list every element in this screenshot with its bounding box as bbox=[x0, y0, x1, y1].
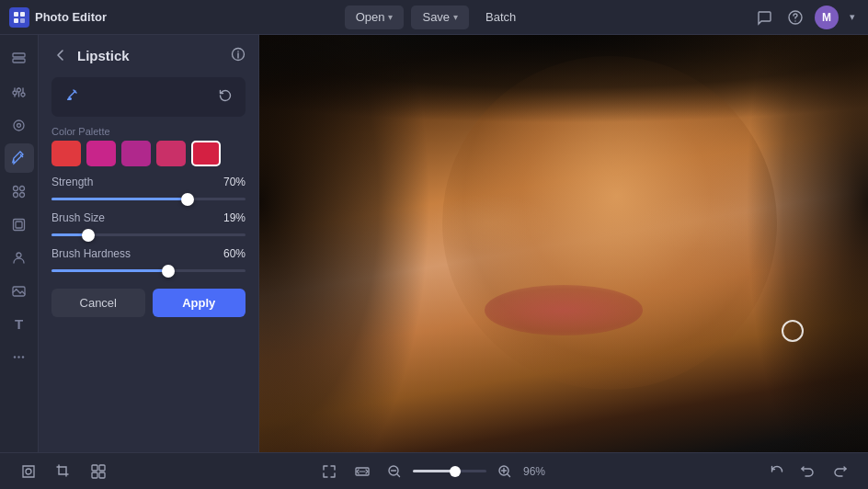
color-swatch-4[interactable] bbox=[191, 141, 221, 166]
color-swatch-2[interactable] bbox=[121, 141, 151, 166]
svg-rect-2 bbox=[14, 18, 18, 23]
app-title: Photo Editor bbox=[35, 10, 107, 24]
strength-header: Strength 70% bbox=[51, 176, 246, 188]
svg-point-29 bbox=[237, 51, 239, 52]
zoom-out-button[interactable] bbox=[382, 461, 407, 483]
sidebar-tool-retouch[interactable] bbox=[5, 143, 34, 173]
color-swatch-3[interactable] bbox=[156, 141, 186, 166]
sidebar-tool-frames[interactable] bbox=[5, 210, 34, 239]
zoom-thumb[interactable] bbox=[450, 466, 461, 477]
brush-size-label: Brush Size bbox=[51, 211, 105, 224]
help-icon-button[interactable] bbox=[783, 6, 807, 29]
zoom-fit-width-button[interactable] bbox=[348, 460, 376, 483]
bottom-tool-mask[interactable] bbox=[15, 460, 42, 483]
color-palette-label: Color Palette bbox=[51, 126, 246, 137]
topbar-right: M ▾ bbox=[752, 6, 859, 29]
user-avatar[interactable]: M bbox=[815, 6, 839, 29]
reset-button[interactable] bbox=[763, 460, 791, 483]
brush-size-thumb[interactable] bbox=[82, 229, 95, 242]
brush-size-header: Brush Size 19% bbox=[51, 211, 246, 224]
redo-button[interactable] bbox=[826, 460, 853, 483]
svg-point-13 bbox=[21, 93, 25, 97]
svg-rect-33 bbox=[99, 465, 105, 471]
brush-hardness-thumb[interactable] bbox=[162, 265, 175, 278]
panel-header: Lipstick bbox=[51, 46, 246, 64]
batch-button[interactable]: Batch bbox=[476, 6, 525, 28]
brush-hardness-slider-row: Brush Hardness 60% bbox=[51, 247, 246, 274]
svg-point-26 bbox=[17, 356, 19, 358]
svg-point-19 bbox=[20, 192, 25, 197]
svg-rect-6 bbox=[13, 53, 25, 57]
zoom-slider-track[interactable] bbox=[413, 470, 486, 472]
strength-thumb[interactable] bbox=[181, 193, 194, 206]
svg-rect-7 bbox=[13, 59, 25, 63]
svg-rect-3 bbox=[20, 18, 25, 23]
panel-info-button[interactable] bbox=[231, 47, 246, 64]
svg-point-12 bbox=[17, 88, 21, 92]
panel-tools bbox=[51, 77, 246, 117]
svg-point-18 bbox=[14, 192, 18, 197]
svg-point-5 bbox=[794, 20, 795, 21]
save-button[interactable]: Save ▾ bbox=[411, 6, 469, 29]
zoom-in-button[interactable] bbox=[492, 461, 518, 483]
brush-size-slider-row: Brush Size 19% bbox=[51, 211, 246, 238]
strength-label: Strength bbox=[51, 176, 93, 188]
svg-rect-32 bbox=[92, 465, 97, 471]
strength-value: 70% bbox=[223, 176, 246, 188]
svg-point-24 bbox=[16, 289, 17, 290]
strength-track[interactable] bbox=[51, 198, 246, 200]
sidebar-tool-people[interactable] bbox=[5, 243, 34, 272]
sidebar-tool-gallery[interactable] bbox=[5, 276, 34, 305]
topbar: Photo Editor Open ▾ Save ▾ Batch M ▾ bbox=[0, 0, 868, 35]
undo-button[interactable] bbox=[794, 460, 822, 483]
apply-button[interactable]: Apply bbox=[153, 289, 246, 317]
text-icon: T bbox=[15, 317, 23, 331]
sidebar-tool-text[interactable]: T bbox=[5, 309, 34, 338]
chat-icon-button[interactable] bbox=[752, 6, 776, 29]
strength-fill bbox=[51, 198, 188, 200]
color-palette bbox=[51, 141, 246, 166]
zoom-value: 96% bbox=[523, 465, 545, 478]
sidebar-tool-adjustments[interactable] bbox=[5, 77, 34, 107]
color-swatch-0[interactable] bbox=[51, 141, 81, 166]
app-icon bbox=[9, 7, 29, 28]
svg-point-11 bbox=[13, 91, 17, 95]
color-palette-section: Color Palette bbox=[51, 126, 246, 166]
strength-slider-row: Strength 70% bbox=[51, 176, 246, 202]
cancel-button[interactable]: Cancel bbox=[51, 289, 145, 317]
open-button[interactable]: Open ▾ bbox=[345, 6, 405, 29]
svg-point-22 bbox=[17, 253, 21, 257]
zoom-controls: 96% bbox=[315, 460, 545, 483]
refresh-tool-button[interactable] bbox=[214, 85, 236, 109]
svg-point-17 bbox=[20, 186, 25, 190]
brush-size-track[interactable] bbox=[51, 233, 246, 236]
panel-back-button[interactable] bbox=[51, 46, 70, 64]
panel-title: Lipstick bbox=[77, 48, 223, 63]
sidebar-tool-effects[interactable] bbox=[5, 176, 34, 206]
brush-hardness-track[interactable] bbox=[51, 269, 246, 272]
zoom-fit-button[interactable] bbox=[315, 460, 343, 483]
canvas-image-container bbox=[259, 35, 868, 452]
svg-rect-20 bbox=[14, 219, 25, 230]
svg-marker-30 bbox=[23, 466, 34, 477]
bottom-tool-crop[interactable] bbox=[50, 460, 77, 483]
svg-rect-0 bbox=[14, 12, 18, 17]
brush-tool-button[interactable] bbox=[61, 85, 83, 109]
sidebar-left: T bbox=[0, 35, 39, 452]
sidebar-tool-more[interactable] bbox=[5, 342, 34, 371]
svg-rect-1 bbox=[20, 12, 25, 17]
brush-hardness-header: Brush Hardness 60% bbox=[51, 247, 246, 260]
account-menu-caret[interactable]: ▾ bbox=[846, 7, 859, 27]
svg-point-16 bbox=[14, 186, 18, 190]
brush-hardness-label: Brush Hardness bbox=[51, 247, 131, 260]
svg-rect-34 bbox=[92, 472, 97, 478]
color-swatch-1[interactable] bbox=[86, 141, 116, 166]
svg-point-27 bbox=[22, 356, 24, 358]
sidebar-tool-layers[interactable] bbox=[5, 44, 34, 74]
svg-rect-35 bbox=[99, 472, 105, 478]
save-caret-icon: ▾ bbox=[453, 12, 458, 22]
canvas-area[interactable] bbox=[259, 35, 868, 452]
bottom-tool-grid[interactable] bbox=[85, 460, 112, 483]
app-logo: Photo Editor bbox=[9, 7, 107, 28]
sidebar-tool-view[interactable] bbox=[5, 110, 34, 140]
